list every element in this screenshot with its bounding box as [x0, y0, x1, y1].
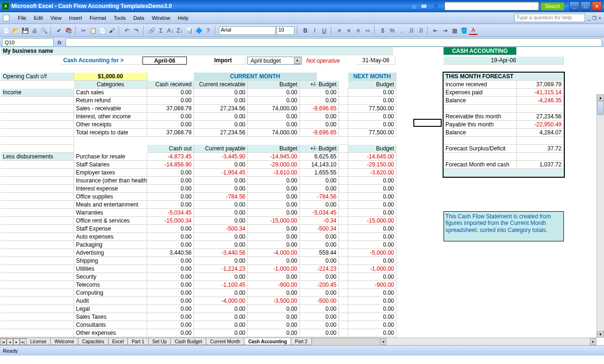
- menu-window[interactable]: Window: [148, 14, 174, 22]
- copy-icon[interactable]: 📋: [89, 26, 97, 35]
- sheet-tab-license[interactable]: License: [26, 338, 50, 345]
- align-center-icon[interactable]: ≡: [344, 26, 353, 35]
- print-icon[interactable]: 🖨: [30, 26, 39, 35]
- font-color-icon[interactable]: A: [469, 26, 478, 35]
- tab-next-icon[interactable]: ▸: [13, 339, 20, 345]
- open-icon[interactable]: 📂: [11, 26, 20, 35]
- grid-cell[interactable]: [1, 153, 74, 161]
- save-icon[interactable]: 💾: [21, 26, 29, 35]
- grid-cell[interactable]: [1, 137, 74, 145]
- grid-gap[interactable]: [339, 145, 348, 153]
- grid-gap[interactable]: [339, 297, 348, 305]
- percent-icon[interactable]: %: [388, 26, 396, 35]
- menu-insert[interactable]: Insert: [65, 14, 86, 22]
- tab-first-icon[interactable]: |◂: [0, 339, 7, 345]
- grid-gap[interactable]: [339, 153, 348, 161]
- worksheet-area[interactable]: My business nameCash Accounting for >Apr…: [0, 47, 604, 356]
- sheet-tab-cash-budget[interactable]: Cash Budget: [170, 338, 206, 345]
- menu-data[interactable]: Data: [129, 14, 148, 22]
- horizontal-scrollbar[interactable]: ◂ ▸: [380, 338, 596, 345]
- decrease-decimal-icon[interactable]: .0: [416, 26, 425, 35]
- vertical-scrollbar[interactable]: ▲ ▼: [596, 94, 604, 338]
- grid-gap[interactable]: [339, 249, 348, 257]
- currency-icon[interactable]: $: [378, 26, 387, 35]
- grid-gap[interactable]: [339, 177, 348, 185]
- grid-cell[interactable]: [1, 305, 74, 313]
- decrease-indent-icon[interactable]: ⇤: [431, 26, 440, 35]
- grid-gap[interactable]: [339, 329, 348, 337]
- grid-gap[interactable]: [339, 313, 348, 321]
- research-icon[interactable]: 📚: [64, 26, 73, 35]
- grid-cell[interactable]: [1, 273, 74, 281]
- home-icon[interactable]: ⌂: [412, 3, 416, 10]
- grid-cell[interactable]: [1, 97, 74, 105]
- grid-cell[interactable]: [1, 193, 74, 201]
- scroll-up-icon[interactable]: ▲: [597, 94, 604, 101]
- period-box[interactable]: April-06: [143, 57, 187, 65]
- grid-cell[interactable]: [1, 313, 74, 321]
- preview-icon[interactable]: 🔍: [40, 26, 48, 35]
- dropdown-arrow-icon[interactable]: ▼: [294, 58, 301, 64]
- doc-restore-button[interactable]: ❐: [592, 16, 596, 21]
- grid-gap[interactable]: [339, 201, 348, 209]
- drawing-icon[interactable]: 🔷: [194, 26, 203, 35]
- merge-icon[interactable]: ⇿: [363, 26, 372, 35]
- scroll-left-icon[interactable]: ◂: [380, 338, 386, 345]
- bold-icon[interactable]: B: [301, 26, 310, 35]
- format-painter-icon[interactable]: 🖌: [108, 26, 116, 35]
- scroll-down-icon[interactable]: ▼: [597, 331, 604, 338]
- grid-gap[interactable]: [339, 305, 348, 313]
- chart-icon[interactable]: 📊: [185, 26, 193, 35]
- mail-icon[interactable]: ✉: [421, 3, 427, 10]
- minimize-button[interactable]: _: [569, 1, 579, 11]
- import-dropdown[interactable]: April budget▼: [247, 57, 302, 65]
- cut-icon[interactable]: ✂: [79, 26, 88, 35]
- grid-cell[interactable]: [1, 257, 74, 265]
- spell-icon[interactable]: ✔: [55, 26, 63, 35]
- document-icon[interactable]: [3, 15, 9, 21]
- tab-prev-icon[interactable]: ◂: [7, 339, 13, 345]
- grid-gap[interactable]: [339, 137, 348, 145]
- increase-decimal-icon[interactable]: .0: [407, 26, 415, 35]
- new-icon[interactable]: 📄: [2, 26, 10, 35]
- grid-gap[interactable]: [339, 89, 348, 97]
- grid-cell[interactable]: [1, 145, 74, 153]
- grid-gap[interactable]: [339, 265, 348, 273]
- sheet-tab-excel[interactable]: Excel: [108, 338, 128, 345]
- undo-icon[interactable]: ↶: [123, 26, 131, 35]
- grid-cell[interactable]: [1, 241, 74, 249]
- grid-cell[interactable]: [1, 161, 74, 169]
- grid-gap[interactable]: [339, 217, 348, 225]
- grid-gap[interactable]: [339, 281, 348, 289]
- grid-cell[interactable]: [1, 105, 74, 113]
- comma-icon[interactable]: ,: [397, 26, 406, 35]
- grid-gap[interactable]: [339, 321, 348, 329]
- grid-gap[interactable]: [339, 129, 348, 137]
- sheet-tab-part-2[interactable]: Part 2: [291, 338, 312, 345]
- grid-gap[interactable]: [339, 185, 348, 193]
- grid-gap[interactable]: [339, 241, 348, 249]
- scroll-right-icon[interactable]: ▸: [590, 338, 596, 345]
- grid-gap[interactable]: [339, 289, 348, 297]
- grid-gap[interactable]: [339, 161, 348, 169]
- sheet-tab-set-up[interactable]: Set Up: [148, 338, 171, 345]
- grid-cell[interactable]: [1, 297, 74, 305]
- grid-cell[interactable]: [1, 185, 74, 193]
- menu-edit[interactable]: Edit: [30, 14, 47, 22]
- maximize-button[interactable]: □: [580, 1, 591, 11]
- grid-gap[interactable]: [339, 193, 348, 201]
- grid-gap[interactable]: [339, 97, 348, 105]
- sheet-tab-part-1[interactable]: Part 1: [127, 338, 149, 345]
- doc-minimize-button[interactable]: _: [588, 16, 591, 21]
- help-search[interactable]: Type a question for help: [514, 14, 585, 22]
- grid-cell[interactable]: [1, 217, 74, 225]
- search-button[interactable]: Search: [541, 2, 564, 10]
- grid-cell[interactable]: [1, 289, 74, 297]
- menu-tools[interactable]: Tools: [110, 14, 130, 22]
- grid-cell[interactable]: [1, 113, 74, 121]
- grid-gap[interactable]: [339, 233, 348, 241]
- grid-gap[interactable]: [339, 121, 348, 129]
- menu-view[interactable]: View: [47, 14, 66, 22]
- grid-gap[interactable]: [339, 113, 348, 121]
- link-icon[interactable]: 🔗: [147, 26, 156, 35]
